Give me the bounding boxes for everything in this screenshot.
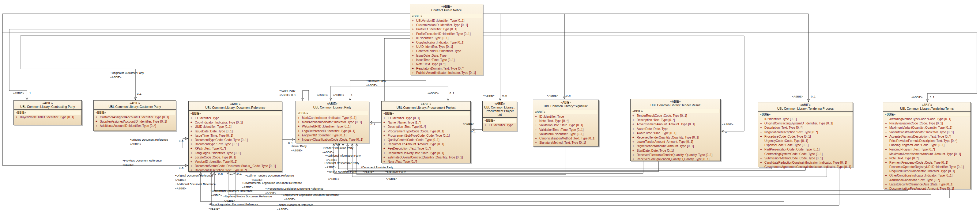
bbie-header: «BBIE»: [94, 111, 175, 115]
attribute-row: +LowerTenderAmount :Amount. Type [0..1]: [631, 140, 720, 144]
class-procurement-project-lot[interactable]: «ABIE»UBL Common Library::Procurement Pr…: [482, 101, 517, 131]
edge-label: +Agent Party: [279, 89, 295, 93]
bbie-header: «BBIE»: [759, 112, 852, 117]
attribute-row: +ProfileID :Identifier. Type [0..1]: [411, 27, 482, 32]
attribute-row: +ContractFolderID :Identifier. Type: [411, 49, 482, 53]
attribute-row: +BuyerProfileURIID :Identifier. Type [0.…: [14, 115, 81, 120]
class-tendering-process[interactable]: «ABIE»UBL Common Library::Tendering Proc…: [758, 102, 853, 167]
attribute-row: +ProcedureCode :Code. Type [0..1]: [759, 135, 852, 139]
edge-label: +Signatory Party: [385, 170, 406, 173]
attribute-row: +IssueDate :Date. Type: [411, 54, 482, 58]
attribute-row: +AdditionalConditions :Text. Type [0..*]: [884, 178, 970, 183]
attribute-row: +FundingProgram :Text. Type [0..*]: [884, 147, 970, 152]
class-tendering-terms[interactable]: «ABIE»UBL Common Library::Tendering Term…: [883, 102, 971, 189]
class-contract-award-notice[interactable]: «ABIE»Contract Award Notice«BBIE»+UBLVer…: [410, 4, 483, 75]
edge-label: +Original Document Reference: [175, 174, 213, 178]
edge-label: «ASBIE»: [722, 123, 733, 126]
class-name: Contract Award Notice: [411, 9, 482, 12]
class-customer-party[interactable]: «ABIE»UBL Common Library::Customer Party…: [94, 100, 176, 131]
class-signature[interactable]: «ABIE»UBL Common Library::Signature«BBIE…: [533, 99, 599, 146]
class-tender-result[interactable]: «ABIE»UBL Common Library::Tender Result«…: [630, 99, 721, 161]
attribute-row: +MarkCareIndicator :Indicator. Type [0..…: [296, 116, 368, 120]
edge-label: «ASBIE» 0..1: [279, 93, 296, 97]
class-title: «ABIE»UBL Common Library::Customer Party: [94, 101, 176, 110]
attribute-row: +ID :Identifier. Type: [534, 115, 598, 119]
attribute-row: +AdvertisementAmount :Amount. Type [0..1…: [631, 122, 720, 127]
edge-label: «ASBIE»: [110, 76, 122, 79]
attribute-row: +PriceEvaluationCode :Code. Type [0..1]: [884, 122, 970, 126]
edge-label: 0..1: [450, 91, 454, 95]
edge-label: +Contract Responsible Party: [324, 162, 359, 165]
attribute-compartment: «BBIE»+ID :Identifier. Type+Note :Text. …: [533, 109, 598, 145]
stereotype-label: «ABIE»: [534, 101, 598, 104]
attribute-row: +ProfileExecutionID :Identifier. Type [0…: [411, 32, 482, 36]
attribute-row: +ID :Identifier. Type [0..1]: [411, 36, 482, 40]
stereotype-label: «ABIE»: [411, 5, 482, 9]
attribute-compartment: «BBIE»+ID :Identifier. Type [0..1]+Name …: [382, 111, 470, 164]
class-name: UBL Common Library::Party: [296, 106, 368, 109]
connector-can-previous-doc-ref: [2, 148, 188, 165]
stereotype-label: «ABIE»: [382, 102, 470, 106]
attribute-row: +SubmissionMethodCode :Code. Type [0..1]: [759, 156, 852, 160]
edge-label: «ASBIE»: [175, 178, 186, 182]
attribute-compartment: «BBIE»+AwardingMethodTypeCode :Code. Typ…: [883, 112, 970, 191]
attribute-row: +Description :Text. Type [0..*]: [382, 125, 470, 129]
attribute-row: +ID :Identifier. Type [0..1]: [382, 116, 470, 120]
attribute-row: +LocaleCode :Code. Type [0..1]: [189, 155, 282, 160]
class-name: UBL Common Library::Document Reference: [189, 106, 282, 110]
attribute-row: +DocumentTypeCode :Code. Type [0..1]: [189, 138, 282, 142]
attribute-row: +CandidateReductionConstraintIndicator :…: [759, 160, 852, 165]
edge-label: «ASBIE»: [242, 186, 253, 189]
attribute-row: +QualityControlCode :Code. Type [0..1]: [382, 138, 470, 142]
bbie-header: «BBIE»: [483, 118, 516, 123]
attribute-row: +XPath :Text. Type [0..*]: [189, 146, 282, 151]
class-document-reference[interactable]: «ABIE»UBL Common Library::Document Refer…: [188, 101, 282, 171]
class-procurement-project[interactable]: «ABIE»UBL Common Library::Procurement Pr…: [381, 101, 471, 163]
attribute-row: +Note :Text. Type [0..*]: [534, 119, 598, 123]
class-title: «ABIE»UBL Common Library::Procurement Pr…: [382, 101, 470, 111]
edge-label: «ASBIE»: [463, 122, 474, 126]
bbie-header: «BBIE»: [296, 111, 368, 115]
attribute-row: +CustomerAssignedAccountID :Identifier. …: [94, 115, 175, 120]
edge-label: +Contractual Document Reference: [210, 189, 253, 193]
attribute-row: +Note :Text. Type [0..*]: [382, 160, 470, 164]
connector-party-agent-loop: [302, 90, 309, 101]
attribute-compartment: «BBIE»+UBLVersionID :Identifier. Type [0…: [410, 13, 483, 75]
attribute-row: +AwardingMethodTypeCode :Code. Type [0..…: [884, 117, 970, 122]
connector-can-customer-party: [21, 35, 410, 100]
class-name: Lot: [483, 113, 516, 117]
stereotype-label: «ABIE»: [759, 103, 852, 107]
edge-label: 1: [29, 91, 31, 95]
attribute-row: +ValidatorID :Identifier. Type [0..1]: [534, 132, 598, 136]
class-party[interactable]: «ABIE»UBL Common Library::Party«BBIE»+Ma…: [296, 101, 369, 143]
edge-label: 0..n: [179, 167, 183, 170]
attribute-row: +DocumentStatusCode :Document Status_ Co…: [189, 164, 282, 168]
edge-label: 0..n: [502, 94, 507, 98]
attribute-row: +IssueDate :Date. Type [0..1]: [189, 129, 282, 134]
attribute-row: +SignatureMethod :Text. Type [0..1]: [534, 141, 598, 145]
stereotype-label: «ABIE»: [189, 102, 282, 106]
attribute-row: +ProcurementTypeCode :Code. Type [0..1]: [382, 129, 470, 134]
edge-label: 0..n: [230, 172, 234, 176]
attribute-row: +LatestSecurityClearanceDate :Date. Type…: [884, 183, 970, 187]
attribute-row: +IssueTime :Time. Type [0..1]: [411, 58, 482, 62]
attribute-row: +EconomicOperatorRegistryURIID :Identifi…: [884, 165, 970, 169]
edge-label: 0..1: [471, 130, 476, 133]
class-name: UBL Common Library::Tender Result: [631, 104, 720, 107]
attribute-row: +TenderResultCode :Code. Type [0..1]: [631, 114, 720, 118]
attribute-row: +Name :Name. Type [1..*]: [382, 120, 470, 125]
edge-label: 0..n: [179, 139, 183, 143]
stereotype-label: «ABIE»: [483, 102, 516, 106]
bbie-header: «BBIE»: [382, 111, 470, 116]
edge-label: +Tender Recipient Party: [327, 170, 356, 173]
attribute-row: +ValidationTime :Time. Type [0..1]: [534, 128, 598, 132]
attribute-row: +MaximumVariantQuantity :Quantity. Type …: [884, 126, 970, 130]
attribute-row: +RequiredFeeAmount :Amount. Type [0..1]: [382, 142, 470, 146]
attribute-row: +PartPresentationCode :Code. Type [0..1]: [759, 147, 852, 152]
class-contracting-party[interactable]: «ABIE»UBL Common Library::Contracting Pa…: [13, 100, 82, 125]
attribute-row: +VariantConstraintIndicator :Indicator. …: [884, 130, 970, 135]
attribute-row: +ProcurementSubTypeCode :Code. Type [0..…: [382, 134, 470, 138]
attribute-row: +AdditionalAccountID :Identifier. Type […: [94, 124, 175, 128]
stereotype-label: «ABIE»: [14, 101, 81, 105]
attribute-row: +MaximumAdvertisementAmount :Amount. Typ…: [884, 152, 970, 156]
